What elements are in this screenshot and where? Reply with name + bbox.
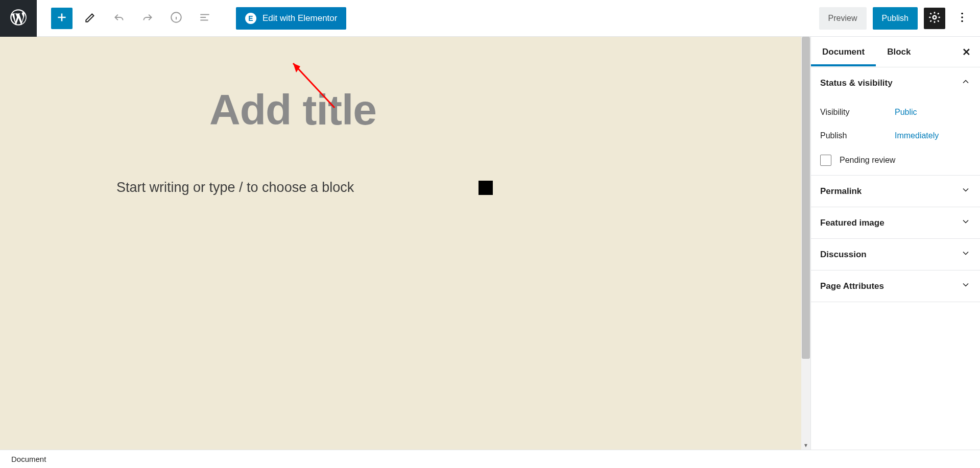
svg-point-2 (961, 12, 963, 14)
row-visibility: Visibility Public (820, 101, 971, 124)
panel-title-featured-image: Featured image (820, 218, 885, 228)
info-button[interactable] (165, 8, 187, 29)
sidebar-tabs: Document Block ✕ (811, 37, 980, 67)
pending-review-checkbox[interactable] (820, 155, 831, 166)
chevron-down-icon (961, 185, 971, 198)
info-icon (170, 11, 183, 26)
pencil-icon (84, 11, 97, 26)
panel-featured-image: Featured image (811, 207, 980, 239)
wordpress-icon (9, 8, 28, 29)
outline-button[interactable] (194, 8, 216, 29)
panel-toggle-page-attributes[interactable]: Page Attributes (820, 280, 971, 292)
panel-discussion: Discussion (811, 239, 980, 270)
scrollbar-thumb[interactable] (802, 37, 810, 359)
panel-toggle-permalink[interactable]: Permalink (820, 185, 971, 198)
publish-date-value-link[interactable]: Immediately (895, 131, 939, 140)
chevron-up-icon (961, 77, 971, 89)
gear-icon (928, 11, 941, 26)
editor-footer: Document (0, 450, 980, 468)
settings-sidebar: Document Block ✕ Status & visibility Vis… (810, 37, 980, 450)
edit-with-elementor-button[interactable]: E Edit with Elementor (236, 7, 346, 30)
redo-icon (141, 11, 154, 26)
row-publish-date: Publish Immediately (820, 124, 971, 147)
more-vertical-icon (955, 11, 969, 26)
publish-date-label: Publish (820, 131, 895, 140)
close-sidebar-button[interactable]: ✕ (962, 46, 971, 58)
panel-title-page-attributes: Page Attributes (820, 281, 884, 291)
svg-point-4 (961, 20, 963, 21)
visibility-value-link[interactable]: Public (895, 108, 917, 117)
svg-point-3 (961, 16, 963, 18)
row-pending-review: Pending review (820, 147, 971, 166)
redo-button[interactable] (137, 8, 158, 29)
default-block-placeholder[interactable]: Start writing or type / to choose a bloc… (116, 180, 354, 195)
panel-permalink: Permalink (811, 176, 980, 207)
elementor-icon: E (245, 13, 256, 24)
panel-toggle-discussion[interactable]: Discussion (820, 248, 971, 261)
svg-point-1 (933, 15, 937, 19)
chevron-down-icon (961, 280, 971, 292)
edit-mode-button[interactable] (80, 8, 101, 29)
canvas-scrollbar[interactable]: ▲ ▼ (801, 37, 810, 450)
close-icon: ✕ (962, 46, 971, 58)
outline-icon (198, 11, 211, 26)
editor-canvas-area: Add title Start writing or type / to cho… (0, 37, 810, 450)
panel-status-visibility: Status & visibility Visibility Public Pu… (811, 67, 980, 176)
panel-page-attributes: Page Attributes (811, 270, 980, 302)
publish-label: Publish (882, 14, 909, 23)
tab-block[interactable]: Block (885, 47, 913, 57)
settings-toggle-button[interactable] (924, 8, 945, 29)
chevron-down-icon (961, 216, 971, 229)
editor-topbar: E Edit with Elementor Preview Publish (0, 0, 980, 37)
scroll-down-arrow-icon: ▼ (801, 440, 810, 450)
add-block-button[interactable] (51, 8, 73, 29)
panel-title-discussion: Discussion (820, 250, 867, 260)
panel-toggle-featured-image[interactable]: Featured image (820, 216, 971, 229)
post-title-input[interactable]: Add title (209, 85, 376, 135)
editor-canvas[interactable]: Add title Start writing or type / to cho… (0, 37, 801, 450)
edit-with-elementor-label: Edit with Elementor (262, 13, 337, 23)
panel-title-permalink: Permalink (820, 186, 862, 196)
panel-title-status: Status & visibility (820, 78, 893, 88)
topbar-left-tools: E Edit with Elementor (37, 7, 346, 30)
more-menu-button[interactable] (951, 8, 973, 29)
panel-toggle-status[interactable]: Status & visibility (820, 77, 971, 89)
topbar-right-tools: Preview Publish (819, 7, 980, 30)
breadcrumb[interactable]: Document (11, 455, 46, 463)
block-appender-handle[interactable] (479, 181, 493, 195)
svg-marker-6 (293, 63, 300, 72)
wordpress-home-button[interactable] (0, 0, 37, 37)
undo-icon (112, 11, 126, 26)
tab-document[interactable]: Document (820, 47, 867, 57)
undo-button[interactable] (108, 8, 130, 29)
plus-icon (55, 11, 68, 26)
pending-review-label: Pending review (840, 156, 895, 165)
preview-button[interactable]: Preview (819, 7, 867, 30)
publish-button[interactable]: Publish (873, 7, 918, 30)
chevron-down-icon (961, 248, 971, 261)
preview-label: Preview (828, 14, 857, 23)
visibility-label: Visibility (820, 108, 895, 117)
